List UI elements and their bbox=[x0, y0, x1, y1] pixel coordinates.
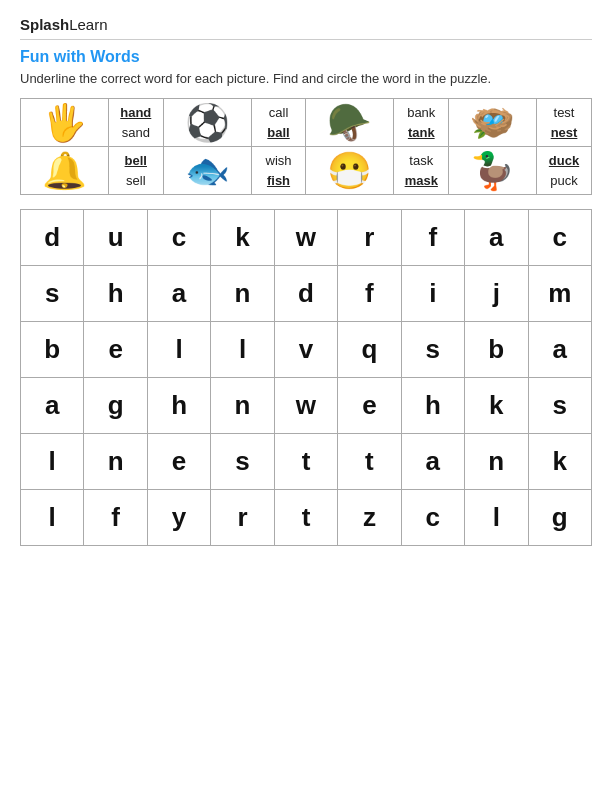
word-choice-cell: duckpuck bbox=[537, 147, 592, 195]
ws-cell: v bbox=[274, 322, 337, 378]
word-option-1: duck bbox=[541, 151, 587, 171]
ws-cell: t bbox=[338, 434, 401, 490]
ws-cell: f bbox=[84, 490, 147, 546]
word-choice-cell: callball bbox=[251, 99, 306, 147]
duck-emoji-glyph: 🦆 bbox=[453, 153, 532, 189]
logo-learn: Learn bbox=[69, 16, 107, 33]
word-option-1: call bbox=[256, 103, 302, 123]
ws-cell: d bbox=[21, 210, 84, 266]
ws-cell: a bbox=[465, 210, 528, 266]
hand-emoji-glyph: 🖐️ bbox=[25, 105, 104, 141]
ws-cell: l bbox=[211, 322, 274, 378]
ws-cell: r bbox=[211, 490, 274, 546]
ws-cell: f bbox=[401, 210, 464, 266]
ws-cell: s bbox=[21, 266, 84, 322]
hand-emoji: 🖐️ bbox=[21, 99, 109, 147]
word-option-2: sell bbox=[113, 171, 159, 191]
ws-cell: n bbox=[84, 434, 147, 490]
ws-cell: d bbox=[274, 266, 337, 322]
word-option-2: mask bbox=[398, 171, 444, 191]
ws-cell: a bbox=[401, 434, 464, 490]
bell-emoji: 🔔 bbox=[21, 147, 109, 195]
ws-cell: l bbox=[21, 434, 84, 490]
ws-cell: s bbox=[528, 378, 592, 434]
ws-cell: a bbox=[21, 378, 84, 434]
ws-cell: k bbox=[528, 434, 592, 490]
ws-cell: c bbox=[401, 490, 464, 546]
ws-cell: n bbox=[211, 266, 274, 322]
ws-cell: e bbox=[147, 434, 210, 490]
ws-cell: n bbox=[465, 434, 528, 490]
fish-emoji-glyph: 🐟 bbox=[168, 153, 247, 189]
tank-emoji: 🪖 bbox=[306, 99, 394, 147]
ws-cell: h bbox=[401, 378, 464, 434]
word-option-2: nest bbox=[541, 123, 587, 143]
ws-cell: k bbox=[211, 210, 274, 266]
ws-cell: w bbox=[274, 378, 337, 434]
word-option-1: bank bbox=[398, 103, 444, 123]
logo: SplashLearn bbox=[20, 16, 592, 40]
ws-cell: q bbox=[338, 322, 401, 378]
nest-emoji: 🪺 bbox=[449, 99, 537, 147]
ws-cell: u bbox=[84, 210, 147, 266]
mask-emoji-glyph: 😷 bbox=[310, 153, 389, 189]
ws-cell: r bbox=[338, 210, 401, 266]
ws-cell: i bbox=[401, 266, 464, 322]
ws-cell: s bbox=[401, 322, 464, 378]
ws-cell: f bbox=[338, 266, 401, 322]
word-option-1: test bbox=[541, 103, 587, 123]
ws-cell: t bbox=[274, 490, 337, 546]
ws-cell: b bbox=[21, 322, 84, 378]
ball-emoji: ⚽ bbox=[163, 99, 251, 147]
ws-cell: l bbox=[21, 490, 84, 546]
word-choice-cell: bellsell bbox=[108, 147, 163, 195]
word-option-2: puck bbox=[541, 171, 587, 191]
ws-cell: h bbox=[147, 378, 210, 434]
ws-cell: m bbox=[528, 266, 592, 322]
word-choice-cell: handsand bbox=[108, 99, 163, 147]
word-choice-cell: wishfish bbox=[251, 147, 306, 195]
ws-cell: e bbox=[338, 378, 401, 434]
ws-cell: a bbox=[528, 322, 592, 378]
ws-cell: e bbox=[84, 322, 147, 378]
ws-cell: n bbox=[211, 378, 274, 434]
tank-emoji-glyph: 🪖 bbox=[310, 105, 389, 141]
ws-cell: g bbox=[528, 490, 592, 546]
word-option-2: fish bbox=[256, 171, 302, 191]
ws-cell: c bbox=[147, 210, 210, 266]
instructions: Underline the correct word for each pict… bbox=[20, 70, 592, 88]
ws-cell: g bbox=[84, 378, 147, 434]
ws-cell: c bbox=[528, 210, 592, 266]
ws-cell: k bbox=[465, 378, 528, 434]
ws-cell: j bbox=[465, 266, 528, 322]
word-option-1: wish bbox=[256, 151, 302, 171]
ws-cell: h bbox=[84, 266, 147, 322]
nest-emoji-glyph: 🪺 bbox=[453, 105, 532, 141]
word-option-2: sand bbox=[113, 123, 159, 143]
ws-cell: b bbox=[465, 322, 528, 378]
page-title: Fun with Words bbox=[20, 48, 592, 66]
word-option-1: bell bbox=[113, 151, 159, 171]
ws-cell: a bbox=[147, 266, 210, 322]
ball-emoji-glyph: ⚽ bbox=[168, 105, 247, 141]
ws-cell: l bbox=[465, 490, 528, 546]
picture-word-table: 🖐️handsand⚽callball🪖banktank🪺testnest🔔be… bbox=[20, 98, 592, 195]
fish-emoji: 🐟 bbox=[163, 147, 251, 195]
logo-splash: Splash bbox=[20, 16, 69, 33]
word-choice-cell: banktank bbox=[394, 99, 449, 147]
word-option-2: ball bbox=[256, 123, 302, 143]
ws-cell: s bbox=[211, 434, 274, 490]
word-search-table: duckwrfacshandfijmbellvqsbaaghnwehkslnes… bbox=[20, 209, 592, 546]
ws-cell: z bbox=[338, 490, 401, 546]
word-choice-cell: testnest bbox=[537, 99, 592, 147]
word-option-1: hand bbox=[113, 103, 159, 123]
word-choice-cell: taskmask bbox=[394, 147, 449, 195]
ws-cell: y bbox=[147, 490, 210, 546]
ws-cell: w bbox=[274, 210, 337, 266]
word-option-1: task bbox=[398, 151, 444, 171]
ws-cell: t bbox=[274, 434, 337, 490]
mask-emoji: 😷 bbox=[306, 147, 394, 195]
ws-cell: l bbox=[147, 322, 210, 378]
duck-emoji: 🦆 bbox=[449, 147, 537, 195]
bell-emoji-glyph: 🔔 bbox=[25, 153, 104, 189]
